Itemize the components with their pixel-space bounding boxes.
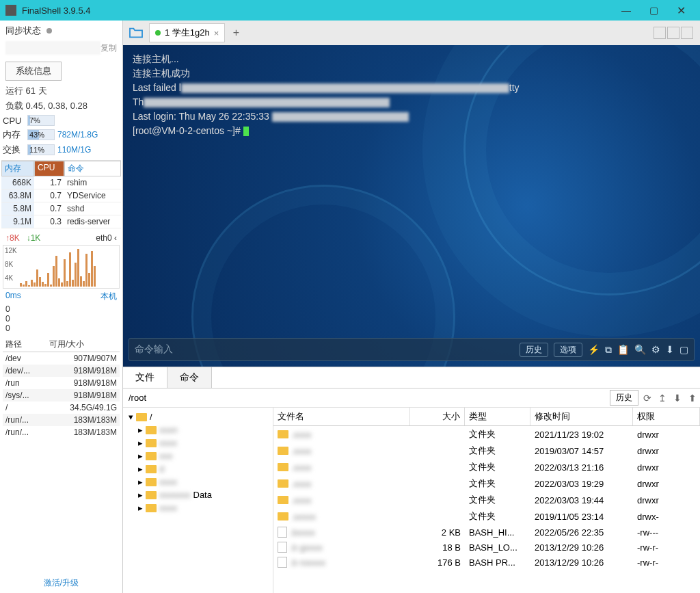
paste-icon[interactable]: 📋 bbox=[617, 344, 629, 355]
folder-icon bbox=[146, 439, 157, 447]
tree-item: ▸xxxx bbox=[126, 501, 270, 514]
file-row[interactable]: .bxxxx2 KBBASH_HI...2022/05/26 22:35-rw-… bbox=[273, 525, 700, 540]
folder-icon bbox=[278, 512, 288, 520]
path-history-button[interactable]: 历史 bbox=[610, 390, 638, 406]
grid-view-icon-2[interactable] bbox=[667, 27, 679, 39]
uptime: 运行 61 天 bbox=[0, 83, 122, 98]
sync-label: 同步状态 bbox=[5, 25, 41, 36]
tab-commands[interactable]: 命令 bbox=[167, 367, 212, 388]
folder-icon bbox=[146, 465, 157, 473]
sync-dot-icon bbox=[46, 28, 52, 34]
folder-icon bbox=[136, 413, 147, 421]
process-row[interactable]: 9.1M0.3redis-server bbox=[1, 215, 121, 228]
folder-icon bbox=[278, 447, 288, 455]
window-title: FinalShell 3.9.5.4 bbox=[22, 5, 612, 16]
file-list: 文件名 大小 类型 修改时间 权限 .xxxx文件夹2021/11/23 19:… bbox=[273, 408, 700, 593]
terminal[interactable]: 连接主机... 连接主机成功 Last failed ltty Th Last … bbox=[123, 45, 700, 367]
disk-row[interactable]: /sys/...918M/918M bbox=[3, 389, 120, 401]
status-dot-icon bbox=[155, 30, 161, 36]
file-row[interactable]: .xxxx文件夹2019/03/07 14:57drwxr bbox=[273, 443, 700, 459]
folder-icon bbox=[278, 463, 288, 471]
command-bar: 命令输入 历史 选项 ⚡ ⧉ 📋 🔍 ⚙ ⬇ ▢ bbox=[129, 338, 695, 361]
col-perm[interactable]: 权限 bbox=[633, 408, 700, 425]
tree-item: ▸d bbox=[126, 462, 270, 475]
ping-row: 0ms 本机 bbox=[0, 289, 122, 304]
pathbar: 历史 ⟳ ↥ ⬇ ⬆ bbox=[123, 388, 700, 408]
mem-row: 内存 43% 782M/1.8G bbox=[0, 127, 122, 142]
file-row[interactable]: .xxxx文件夹2022/03/03 19:44drwxr bbox=[273, 492, 700, 508]
bolt-icon[interactable]: ⚡ bbox=[588, 344, 600, 355]
search-icon[interactable]: 🔍 bbox=[634, 344, 646, 355]
tab-label: 1 学生1g2h bbox=[165, 27, 210, 39]
file-row[interactable]: .xxxx文件夹2022/03/03 19:29drwxr bbox=[273, 475, 700, 492]
tree-item: ▸xxxx bbox=[126, 475, 270, 488]
file-row[interactable]: .xxxx文件夹2022/03/13 21:16drwxr bbox=[273, 459, 700, 475]
folder-icon bbox=[146, 478, 157, 486]
single-view-icon[interactable] bbox=[681, 27, 693, 39]
network-row: ↑8K ↓1K eth0 ‹ bbox=[0, 231, 122, 245]
cursor-icon bbox=[243, 127, 249, 136]
folder-tree[interactable]: ▾/ ▸xxxn ▸xxxx ▸xxx ▸d ▸xxxx ▸xxxxxxxDat… bbox=[123, 408, 273, 593]
file-row[interactable]: .b gxxxx18 BBASH_LO...2013/12/29 10:26-r… bbox=[273, 540, 700, 555]
folder-icon bbox=[278, 479, 288, 488]
tab-files[interactable]: 文件 bbox=[123, 367, 167, 388]
new-tab-button[interactable]: + bbox=[228, 27, 244, 39]
up-icon[interactable]: ↥ bbox=[655, 393, 670, 404]
history-button[interactable]: 历史 bbox=[520, 343, 548, 357]
ip-blurred bbox=[5, 41, 100, 55]
refresh-icon[interactable]: ⟳ bbox=[640, 393, 655, 404]
maximize-button[interactable]: ▢ bbox=[640, 1, 667, 19]
process-row[interactable]: 63.8M0.7YDService bbox=[1, 189, 121, 202]
disk-row[interactable]: /run/...183M/183M bbox=[3, 414, 120, 426]
disk-row[interactable]: /dev/...918M/918M bbox=[3, 365, 120, 377]
sysinfo-button[interactable]: 系统信息 bbox=[5, 62, 62, 81]
process-table: 内存 CPU 命令 668K1.7rshim63.8M0.7YDService5… bbox=[1, 160, 121, 228]
network-chart: 12K 8K 4K bbox=[3, 245, 120, 289]
view-icons bbox=[654, 27, 697, 39]
folder-icon bbox=[278, 496, 288, 504]
col-type[interactable]: 类型 bbox=[465, 408, 530, 425]
folder-icon bbox=[146, 491, 157, 499]
file-icon bbox=[278, 542, 287, 553]
grid-view-icon[interactable] bbox=[654, 27, 666, 39]
disk-row[interactable]: /34.5G/49.1G bbox=[3, 401, 120, 414]
process-row[interactable]: 5.8M0.7sshd bbox=[1, 202, 121, 215]
options-button[interactable]: 选项 bbox=[554, 343, 582, 357]
tab-close-icon[interactable]: × bbox=[214, 28, 219, 38]
folder-icon bbox=[146, 504, 157, 512]
col-date[interactable]: 修改时间 bbox=[530, 408, 633, 425]
copy-icon[interactable]: ⧉ bbox=[605, 344, 612, 356]
minimize-button[interactable]: — bbox=[612, 1, 640, 19]
disk-row[interactable]: /dev907M/907M bbox=[3, 352, 120, 365]
upload-icon[interactable]: ⬆ bbox=[685, 393, 700, 404]
gear-icon[interactable]: ⚙ bbox=[651, 344, 660, 355]
disk-row[interactable]: /run/...183M/183M bbox=[3, 426, 120, 438]
file-row[interactable]: .sxxxx文件夹2019/11/05 23:14drwx- bbox=[273, 508, 700, 525]
file-row[interactable]: .xxxx文件夹2021/11/23 19:02drwxr bbox=[273, 426, 700, 443]
file-icon bbox=[278, 527, 287, 538]
disk-row[interactable]: /run918M/918M bbox=[3, 377, 120, 389]
titlebar: FinalShell 3.9.5.4 — ▢ ✕ bbox=[0, 0, 700, 21]
fullscreen-icon[interactable]: ▢ bbox=[679, 344, 688, 355]
download2-icon[interactable]: ⬇ bbox=[670, 393, 685, 404]
tree-item: ▸xxxn bbox=[126, 423, 270, 436]
col-size[interactable]: 大小 bbox=[410, 408, 465, 425]
swap-row: 交换 11% 110M/1G bbox=[0, 142, 122, 157]
folder-icon bbox=[146, 426, 157, 434]
net-iface[interactable]: eth0 ‹ bbox=[96, 233, 117, 243]
close-button[interactable]: ✕ bbox=[667, 1, 695, 19]
sidebar: 同步状态 复制 系统信息 运行 61 天 负载 0.45, 0.38, 0.28… bbox=[0, 21, 123, 593]
load: 负载 0.45, 0.38, 0.28 bbox=[0, 98, 122, 114]
download-icon[interactable]: ⬇ bbox=[666, 344, 674, 355]
col-name[interactable]: 文件名 bbox=[273, 408, 410, 425]
open-folder-button[interactable] bbox=[126, 23, 146, 42]
command-input[interactable]: 命令输入 bbox=[135, 343, 514, 356]
copy-link[interactable]: 复制 bbox=[100, 42, 117, 54]
activate-link[interactable]: 激活/升级 bbox=[0, 573, 122, 593]
path-input[interactable] bbox=[123, 390, 608, 406]
net-up: ↑8K bbox=[5, 233, 20, 243]
cpu-row: CPU 7% bbox=[0, 114, 122, 127]
session-tab[interactable]: 1 学生1g2h × bbox=[149, 23, 225, 42]
process-row[interactable]: 668K1.7rshim bbox=[1, 176, 121, 189]
file-row[interactable]: .b roxxxx176 BBASH PR...2013/12/29 10:26… bbox=[273, 555, 700, 570]
